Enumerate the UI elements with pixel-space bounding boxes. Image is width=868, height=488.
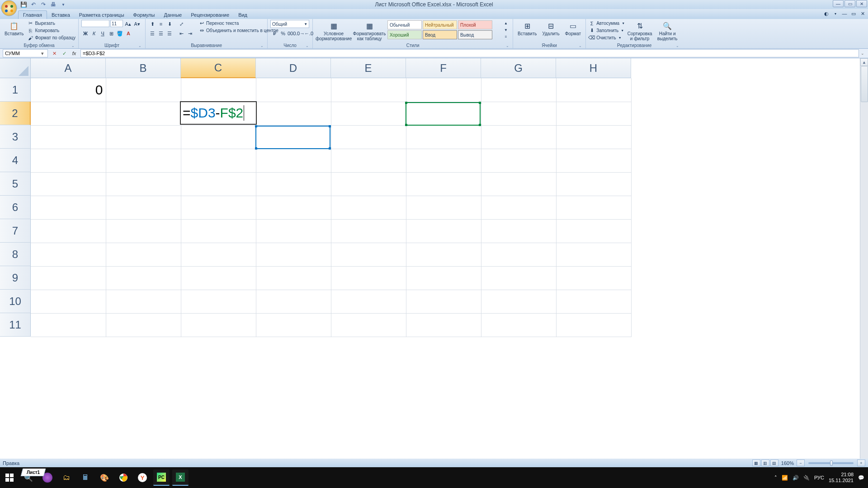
number-format-combo[interactable]: Общий▼: [270, 20, 309, 28]
cell[interactable]: [556, 102, 631, 125]
border-button[interactable]: ⊞: [107, 29, 115, 38]
cell[interactable]: [256, 78, 331, 102]
minimize-button[interactable]: —: [833, 0, 844, 7]
col-header-c[interactable]: C: [181, 58, 256, 78]
style-output[interactable]: Вывод: [458, 30, 492, 39]
cell[interactable]: [556, 196, 631, 219]
style-bad[interactable]: Плохой: [458, 20, 492, 29]
cell[interactable]: [256, 102, 331, 125]
taskbar-excel[interactable]: X: [172, 469, 189, 486]
tab-review[interactable]: Рецензирование: [186, 11, 234, 19]
accept-formula-button[interactable]: ✓: [60, 49, 69, 57]
cell[interactable]: [556, 243, 631, 266]
cell[interactable]: [331, 290, 406, 313]
copy-button[interactable]: ⎘Копировать: [27, 27, 75, 34]
cell[interactable]: [31, 125, 106, 149]
cell[interactable]: [106, 266, 181, 290]
row-header-3[interactable]: 3: [0, 125, 31, 149]
col-header-d[interactable]: D: [256, 58, 331, 78]
col-header-b[interactable]: B: [106, 58, 181, 78]
cell[interactable]: [556, 172, 631, 196]
tray-chevron-icon[interactable]: ˄: [774, 475, 777, 481]
row-header-7[interactable]: 7: [0, 219, 31, 243]
cell[interactable]: [556, 78, 631, 102]
cell[interactable]: [331, 102, 406, 125]
cell[interactable]: [406, 219, 481, 243]
cell[interactable]: [31, 102, 106, 125]
cell[interactable]: [31, 172, 106, 196]
cell[interactable]: [256, 172, 331, 196]
styles-scroll-up[interactable]: ▲: [502, 20, 510, 26]
delete-cells-button[interactable]: ⊟Удалить: [540, 20, 561, 37]
cell[interactable]: [181, 149, 256, 172]
cell[interactable]: [406, 290, 481, 313]
merge-center-button[interactable]: ⇔Объединить и поместить в центре: [198, 27, 278, 34]
bold-button[interactable]: Ж: [81, 29, 90, 38]
conditional-formatting-button[interactable]: ▦Условное форматирование: [316, 20, 352, 42]
cell[interactable]: [106, 78, 181, 102]
cell[interactable]: [181, 313, 256, 337]
normal-view-button[interactable]: ▦: [752, 460, 760, 466]
align-left-button[interactable]: ☰: [148, 29, 156, 38]
office-button[interactable]: [1, 0, 18, 17]
cell[interactable]: [331, 219, 406, 243]
col-header-f[interactable]: F: [406, 58, 481, 78]
cell[interactable]: [406, 102, 481, 125]
find-select-button[interactable]: 🔍Найти и выделить: [655, 20, 680, 42]
styles-more[interactable]: ≡: [502, 33, 510, 40]
currency-button[interactable]: ₽: [270, 29, 278, 38]
cell[interactable]: [331, 78, 406, 102]
page-break-view-button[interactable]: ▤: [770, 460, 778, 466]
cell[interactable]: [106, 102, 181, 125]
doc-restore-icon[interactable]: ▭: [850, 10, 857, 17]
row-header-11[interactable]: 11: [0, 313, 31, 337]
cell[interactable]: [256, 125, 331, 149]
col-header-g[interactable]: G: [481, 58, 556, 78]
sort-filter-button[interactable]: ⇅Сортировка и фильтр: [627, 20, 653, 42]
row-header-2[interactable]: 2: [0, 102, 31, 125]
tab-home[interactable]: Главная: [18, 10, 47, 19]
format-painter-button[interactable]: 🖌Формат по образцу: [27, 34, 75, 41]
doc-close-icon[interactable]: ✕: [859, 10, 866, 17]
cell[interactable]: [331, 125, 406, 149]
cell[interactable]: [106, 290, 181, 313]
wifi-icon[interactable]: 📶: [782, 475, 788, 481]
font-name-combo[interactable]: [81, 20, 109, 27]
taskbar-pycharm[interactable]: PC: [153, 469, 170, 486]
col-header-h[interactable]: H: [556, 58, 631, 78]
taskbar-chrome[interactable]: [115, 469, 132, 486]
cell[interactable]: [256, 266, 331, 290]
cell[interactable]: [331, 149, 406, 172]
cell[interactable]: [331, 313, 406, 337]
align-top-button[interactable]: ⬆: [148, 20, 156, 28]
cell[interactable]: [406, 172, 481, 196]
cell[interactable]: [31, 149, 106, 172]
save-icon[interactable]: 💾: [20, 1, 27, 8]
style-good[interactable]: Хороший: [387, 30, 422, 39]
cell[interactable]: [331, 243, 406, 266]
print-icon[interactable]: 🖶: [50, 1, 57, 8]
cut-button[interactable]: ✂Вырезать: [27, 20, 75, 27]
cell[interactable]: [481, 196, 556, 219]
cell[interactable]: [181, 125, 256, 149]
clear-button[interactable]: ⌫Очистить▼: [589, 34, 625, 41]
col-header-e[interactable]: E: [331, 58, 406, 78]
cell[interactable]: [256, 219, 331, 243]
tab-formulas[interactable]: Формулы: [129, 11, 160, 19]
help-icon[interactable]: ◐: [823, 10, 830, 17]
zoom-slider[interactable]: [808, 462, 854, 464]
paste-button[interactable]: 📋 Вставить: [3, 20, 25, 37]
formula-input[interactable]: =$D3-F$2: [80, 49, 859, 57]
cell[interactable]: [106, 149, 181, 172]
start-button[interactable]: [1, 469, 18, 486]
cell[interactable]: [331, 196, 406, 219]
cell[interactable]: [181, 78, 256, 102]
cell[interactable]: [481, 219, 556, 243]
zoom-out-button[interactable]: −: [797, 460, 805, 466]
cell[interactable]: [481, 172, 556, 196]
vertical-scrollbar[interactable]: ▲ ▼: [860, 58, 868, 468]
taskbar-yandex[interactable]: Y: [134, 469, 151, 486]
cell[interactable]: [181, 266, 256, 290]
grow-font-button[interactable]: A▴: [124, 20, 132, 28]
cell[interactable]: [406, 149, 481, 172]
